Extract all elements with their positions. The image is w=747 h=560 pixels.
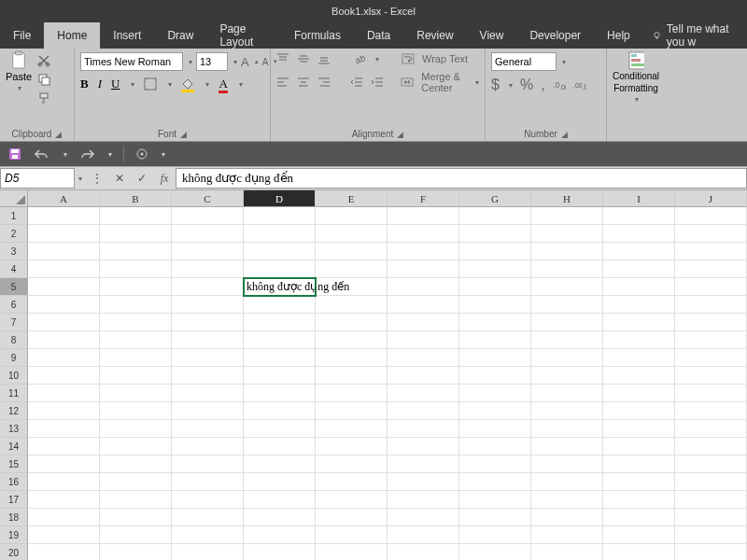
cell[interactable]	[28, 367, 100, 385]
decrease-indent-icon[interactable]	[350, 76, 363, 89]
cell[interactable]	[531, 243, 603, 260]
cell[interactable]	[316, 438, 388, 455]
row-header[interactable]: 11	[0, 385, 28, 402]
underline-button[interactable]: U	[111, 77, 120, 91]
cell[interactable]	[459, 438, 531, 455]
cell[interactable]	[531, 314, 603, 331]
decrease-decimal-icon[interactable]: .00.0	[573, 78, 586, 91]
row-header[interactable]: 3	[0, 243, 28, 260]
cell[interactable]	[100, 455, 172, 473]
cell[interactable]	[172, 491, 244, 509]
cell[interactable]	[28, 349, 100, 367]
cell[interactable]	[603, 314, 675, 331]
row-header[interactable]: 18	[0, 509, 28, 526]
cell[interactable]	[603, 296, 675, 314]
cell[interactable]	[459, 296, 531, 314]
cell[interactable]	[28, 438, 100, 455]
cell[interactable]	[28, 278, 100, 296]
format-painter-icon[interactable]	[37, 91, 50, 105]
comma-icon[interactable]: ,	[541, 77, 544, 93]
cell[interactable]	[316, 243, 388, 260]
tab-page-layout[interactable]: Page Layout	[206, 22, 280, 49]
merge-icon[interactable]	[401, 76, 414, 89]
row-header[interactable]: 8	[0, 331, 28, 349]
row-header[interactable]: 20	[0, 544, 28, 560]
cell[interactable]	[603, 349, 675, 367]
cell[interactable]	[244, 402, 316, 420]
cell[interactable]	[459, 509, 531, 526]
cell[interactable]	[172, 438, 244, 455]
cell[interactable]	[388, 367, 459, 385]
bold-button[interactable]: B	[80, 77, 89, 91]
cell[interactable]	[316, 367, 388, 385]
formula-options-icon[interactable]: ⋮	[86, 172, 108, 185]
column-header[interactable]: F	[388, 190, 459, 207]
tab-formulas[interactable]: Formulas	[281, 22, 354, 49]
cell[interactable]	[28, 509, 100, 526]
tab-view[interactable]: View	[467, 22, 517, 49]
cell[interactable]	[531, 544, 603, 560]
row-header[interactable]: 14	[0, 438, 28, 455]
cell[interactable]	[172, 314, 244, 331]
cell[interactable]	[675, 243, 747, 260]
cell[interactable]	[459, 260, 531, 278]
cell[interactable]	[244, 385, 316, 402]
cut-icon[interactable]	[37, 54, 50, 67]
cell[interactable]	[388, 296, 459, 314]
cell[interactable]	[603, 438, 675, 455]
cell[interactable]	[244, 526, 316, 544]
cell[interactable]	[28, 207, 100, 225]
cell[interactable]	[100, 367, 172, 385]
merge-center-label[interactable]: Merge & Center	[421, 71, 466, 93]
cell[interactable]	[388, 438, 459, 455]
cell[interactable]	[675, 314, 747, 331]
font-size-input[interactable]	[196, 52, 228, 71]
column-header[interactable]: J	[675, 190, 747, 207]
cell[interactable]	[316, 473, 388, 491]
copy-icon[interactable]	[37, 73, 50, 86]
cell[interactable]	[675, 544, 747, 560]
cell[interactable]	[675, 420, 747, 438]
increase-decimal-icon[interactable]: .0.00	[553, 78, 566, 91]
cell[interactable]	[244, 420, 316, 438]
column-header[interactable]: A	[28, 190, 100, 207]
cell[interactable]	[28, 402, 100, 420]
cell[interactable]	[459, 526, 531, 544]
increase-indent-icon[interactable]	[371, 76, 384, 89]
cell[interactable]	[28, 544, 100, 560]
cell[interactable]	[316, 385, 388, 402]
cell[interactable]	[316, 544, 388, 560]
cell[interactable]	[459, 367, 531, 385]
row-header[interactable]: 2	[0, 225, 28, 243]
cell[interactable]	[100, 225, 172, 243]
cell[interactable]	[459, 385, 531, 402]
cell[interactable]	[172, 331, 244, 349]
cell[interactable]	[316, 455, 388, 473]
tab-data[interactable]: Data	[354, 22, 403, 49]
dialog-launcher-icon[interactable]: ◢	[397, 130, 403, 139]
select-all-corner[interactable]	[0, 190, 28, 207]
cell[interactable]	[531, 526, 603, 544]
font-name-input[interactable]	[80, 52, 183, 71]
cell[interactable]	[172, 385, 244, 402]
cell[interactable]	[531, 278, 603, 296]
chevron-down-icon[interactable]: ▾	[187, 58, 192, 66]
cell[interactable]	[244, 438, 316, 455]
cell[interactable]	[244, 544, 316, 560]
tab-help[interactable]: Help	[594, 22, 643, 49]
cell[interactable]	[675, 385, 747, 402]
cell[interactable]	[675, 278, 747, 296]
cell[interactable]	[603, 367, 675, 385]
cell[interactable]	[316, 509, 388, 526]
cell[interactable]	[172, 473, 244, 491]
cell[interactable]	[531, 367, 603, 385]
dialog-launcher-icon[interactable]: ◢	[561, 130, 568, 139]
cell[interactable]	[28, 455, 100, 473]
cell[interactable]	[316, 296, 388, 314]
cell[interactable]	[244, 349, 316, 367]
cell[interactable]	[316, 491, 388, 509]
cell[interactable]	[459, 491, 531, 509]
column-header[interactable]: H	[531, 190, 603, 207]
cell[interactable]	[28, 296, 100, 314]
cell[interactable]	[459, 455, 531, 473]
